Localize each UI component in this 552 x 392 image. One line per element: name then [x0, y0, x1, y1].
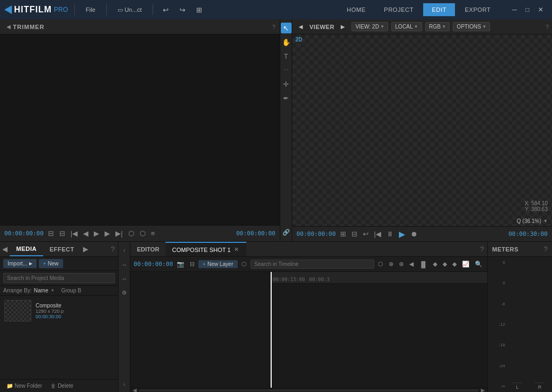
- mark-out-btn[interactable]: ⬡: [139, 228, 147, 239]
- tl-btn-10[interactable]: 🔍: [473, 260, 484, 269]
- new-button[interactable]: + New: [39, 259, 63, 268]
- grid-button[interactable]: ⊞: [193, 4, 205, 16]
- media-tab-left-arrow[interactable]: ◀: [0, 242, 10, 256]
- trimmer-help[interactable]: ?: [272, 24, 275, 30]
- timeline-camera-btn[interactable]: 📷: [175, 260, 186, 269]
- viewer-area: 2D X: 584.10 Y: 380.63 Q (36.1%) ▼: [292, 34, 552, 226]
- extra-tool-3[interactable]: ↔: [119, 273, 130, 284]
- viewer-local-label: LOCAL: [395, 24, 413, 30]
- viewer-btn3[interactable]: ↩: [362, 229, 370, 239]
- move-tool[interactable]: ✛: [281, 79, 292, 89]
- extra-tool-4[interactable]: ⚙: [119, 287, 130, 298]
- next-edit-btn[interactable]: ▶|: [114, 228, 123, 239]
- viewer-rgb-dropdown[interactable]: RGB ▼: [425, 22, 450, 31]
- timeline-playhead[interactable]: [271, 272, 272, 388]
- scroll-left-btn[interactable]: ◀: [133, 387, 137, 392]
- viewer-btn1[interactable]: ⊞: [339, 229, 347, 239]
- arrange-value[interactable]: Name: [34, 288, 49, 293]
- project-name[interactable]: ▭ Un...ct: [113, 4, 146, 16]
- link-tool[interactable]: 🔗: [282, 229, 290, 236]
- viewer-view-dropdown[interactable]: VIEW: 2D ▼: [351, 22, 388, 31]
- clip-out-btn[interactable]: ⊟: [58, 228, 66, 239]
- undo-button[interactable]: ↩: [160, 4, 172, 16]
- tl-btn-6[interactable]: ◆: [431, 260, 439, 269]
- tl-btn-8[interactable]: ◆: [451, 260, 458, 269]
- trimmer-collapse[interactable]: ◀: [4, 22, 13, 32]
- media-search-bar: [0, 271, 118, 286]
- viewer-next-btn[interactable]: ▶: [337, 23, 348, 31]
- hand-tool[interactable]: ✋: [281, 37, 292, 47]
- timeline-filter-btn[interactable]: ⬡: [240, 260, 249, 269]
- tab-project[interactable]: PROJECT: [375, 3, 422, 16]
- viewer-play-btn[interactable]: ▶: [398, 228, 406, 240]
- tab-edit[interactable]: EDIT: [423, 3, 455, 16]
- editor-help[interactable]: ?: [477, 242, 487, 256]
- delete-button[interactable]: 🗑 Delete: [47, 382, 77, 390]
- minimize-button[interactable]: ─: [508, 4, 521, 16]
- viewer-coord-y: Y: 380.63: [525, 206, 548, 212]
- file-menu[interactable]: File: [81, 4, 100, 15]
- tl-btn-9[interactable]: 📈: [460, 260, 471, 269]
- media-search-input[interactable]: [3, 273, 115, 283]
- extra-tool-2[interactable]: ↔: [119, 259, 130, 270]
- redo-button[interactable]: ↪: [176, 4, 189, 16]
- timeline-search-input[interactable]: [251, 260, 375, 269]
- close-button[interactable]: ✕: [534, 4, 548, 16]
- new-icon: +: [43, 261, 46, 267]
- trimmer-header-right: ?: [272, 24, 275, 30]
- dots-tool[interactable]: ⋯: [281, 65, 292, 75]
- pen-tool[interactable]: ✒: [281, 93, 292, 103]
- scale-neg18: -18: [490, 342, 505, 347]
- divider-1: [74, 4, 75, 15]
- extra-tool-5[interactable]: ↓: [119, 378, 130, 389]
- prev-edit-btn[interactable]: |◀: [70, 228, 79, 239]
- scale-inf: -∞: [490, 384, 505, 389]
- frame-fwd-btn[interactable]: ▶: [104, 228, 111, 239]
- tl-btn-1[interactable]: ⬡: [376, 260, 385, 269]
- media-tab-right-arrow[interactable]: ▶: [81, 242, 91, 256]
- meter-letter-r: R: [538, 384, 542, 390]
- list-item[interactable]: Composite 1280 x 720 p 00:00:30:00: [4, 300, 114, 321]
- tl-btn-3[interactable]: ⊕: [397, 260, 405, 269]
- media-tab-effect[interactable]: EFFECT: [43, 242, 81, 256]
- play-btn[interactable]: ▶: [93, 228, 100, 239]
- media-help[interactable]: ?: [108, 242, 118, 256]
- clip-in-btn[interactable]: ⊟: [47, 228, 55, 239]
- meters-help[interactable]: ?: [544, 245, 548, 253]
- new-folder-button[interactable]: 📁 New Folder: [3, 382, 45, 390]
- viewer-panel: ◀ VIEWER ▶ VIEW: 2D ▼ LOCAL ▼ RGB ▼ OPTI…: [292, 19, 552, 241]
- media-panel: ◀ MEDIA EFFECT ▶ ? Import... ▶ + New: [0, 241, 119, 392]
- timeline-snap-btn[interactable]: ⊟: [188, 260, 196, 269]
- tl-btn-2[interactable]: ⊕: [387, 260, 395, 269]
- frame-back-btn[interactable]: ◀: [82, 228, 89, 239]
- viewer-btn2[interactable]: ⊟: [350, 229, 358, 239]
- import-arrow: ▶: [29, 261, 32, 266]
- transport-more-btn[interactable]: ≡: [150, 228, 156, 239]
- viewer-record-btn[interactable]: ⏺: [410, 229, 419, 239]
- tl-btn-4[interactable]: ◀: [408, 260, 415, 269]
- maximize-button[interactable]: □: [521, 4, 534, 16]
- import-button[interactable]: Import... ▶: [3, 259, 37, 268]
- editor-tab[interactable]: EDITOR: [130, 242, 165, 256]
- viewer-help[interactable]: ?: [546, 24, 549, 30]
- arrow-tool[interactable]: ↖: [281, 23, 292, 33]
- timeline-h-scroll[interactable]: ◀ ▶: [130, 388, 487, 392]
- new-layer-button[interactable]: + New Layer: [198, 260, 238, 268]
- viewer-local-dropdown[interactable]: LOCAL ▼: [391, 22, 422, 31]
- viewer-options-dropdown[interactable]: OPTIONS ▼: [453, 22, 490, 31]
- viewer-btn4[interactable]: |◀: [373, 229, 382, 239]
- tab-export[interactable]: EXPORT: [456, 3, 499, 16]
- tl-btn-5[interactable]: ▐▌: [417, 260, 429, 269]
- scale-6: 6: [490, 260, 505, 265]
- viewer-prev-btn[interactable]: ◀: [295, 23, 306, 31]
- composite-close-btn[interactable]: ✕: [233, 246, 240, 253]
- tab-home[interactable]: HOME: [338, 3, 374, 16]
- text-tool[interactable]: T: [281, 51, 292, 61]
- new-folder-label: New Folder: [15, 383, 42, 389]
- viewer-pause-btn[interactable]: ⏸: [385, 229, 395, 239]
- mark-in-btn[interactable]: ⬡: [127, 228, 135, 239]
- extra-tool-1[interactable]: ↑: [119, 245, 130, 256]
- tl-btn-7[interactable]: ◆: [441, 260, 448, 269]
- scroll-right-btn[interactable]: ▶: [481, 387, 485, 392]
- media-tab-media[interactable]: MEDIA: [10, 242, 43, 256]
